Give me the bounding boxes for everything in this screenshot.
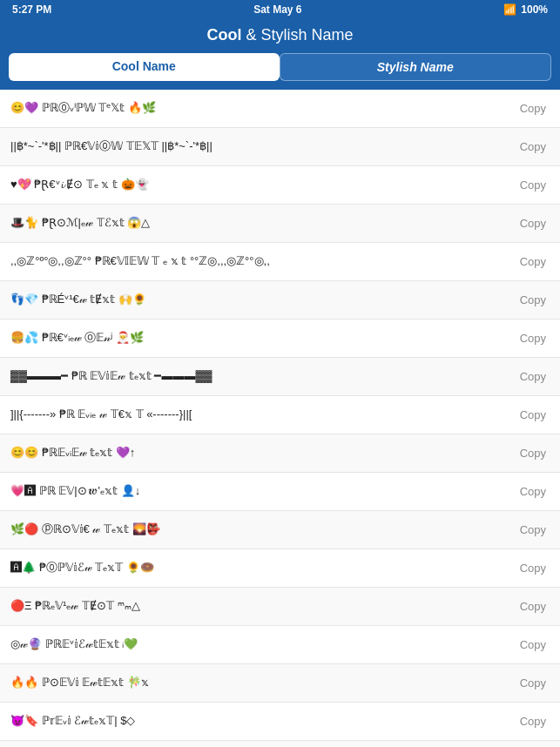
item-text: 🎩🐈 ₱Ɽ⊙ℳ|ₑ𝓌 𝕋ℰ𝕩𝕥 😱△ [10,215,508,231]
header-title: Cool & Stylish Name [0,26,560,44]
status-time: 5:27 PM [12,3,51,16]
item-text: ||฿*~`-'*฿|| ℙℝ€𝕍𝕚⓪𝕎 𝕋𝔼𝕏𝕋 ||฿*~`-'*฿|| [10,138,508,154]
list-item: 👣💎 ₱ℝÉᵛ¹€𝓌 𝕥Ɇ𝕩𝕥 🙌🌻Copy [0,281,560,320]
copy-button[interactable]: Copy [516,408,550,421]
tab-stylish[interactable]: Stylish Name [280,53,552,81]
list-item: ||฿*~`-'*฿|| ℙℝ€𝕍𝕚⓪𝕎 𝕋𝔼𝕏𝕋 ||฿*~`-'*฿||Co… [0,128,560,166]
wifi-icon: 📶 [503,3,516,16]
list-item: 💗🅰 ℙℝ 𝔼𝕍|⊙𝓌'ₑ𝕩𝕥 👤↓Copy [0,473,560,511]
copy-button[interactable]: Copy [516,600,550,613]
list-item: 😈🔖 ℙ𝕣𝔼ᵥ𝕚 ℰ𝓌𝕥ₑ𝕩𝕋| $◇Copy [0,703,560,741]
status-bar: 5:27 PM Sat May 6 📶 100% [0,0,560,19]
status-right: 📶 100% [503,3,548,16]
item-text: 👣💎 ₱ℝÉᵛ¹€𝓌 𝕥Ɇ𝕩𝕥 🙌🌻 [10,292,508,307]
item-text: ,,◎ℤ°º°◎,,◎ℤ°° ₱ℝ€𝕍𝕀𝔼𝕎 𝕋 ₑ 𝕩 𝕥 °°ℤ◎,,,◎ℤ… [10,253,508,269]
item-text: 😊💜 ℙℝ⓪ᵥᴵℙ𝕎 𝕋ᵉ𝕏𝕥 🔥🌿 [10,100,508,116]
list-item: ,,◎ℤ°º°◎,,◎ℤ°° ₱ℝ€𝕍𝕀𝔼𝕎 𝕋 ₑ 𝕩 𝕥 °°ℤ◎,,,◎ℤ… [0,243,560,281]
item-text: 🅰🌲 ₱⓪ℙ𝕍𝕚ℰ𝓌 𝕋ₑ𝕩𝕋 🌻🍩 [10,560,508,575]
copy-button[interactable]: Copy [516,332,550,345]
tab-bar: Cool Name Stylish Name [0,53,560,90]
battery-icon: 100% [521,3,548,16]
item-text: ]||{-------» ₱ℝ 𝔼ᵥᵢₑ 𝓌 𝕋€𝕩 𝕋 «-------}||… [10,407,508,422]
header-title-rest: & Stylish Name [241,26,353,44]
list-item: 🌿🔴 ⓟℝ⊙𝕍𝕚€ 𝓌 𝕋ₑ𝕩𝕥 🌄👺Copy [0,511,560,549]
list-item: 😊💰 ₱ℝ𝔼𝕍𝕀|𝔼𝓌𝕋 𝔼𝕩𝕥 💚🔴Copy [0,741,560,747]
item-text: 🔴Ξ ₱ℝₑ𝕍¹ₑ𝓌 𝕋Ɇ⊙𝕋 ᵐₘ△ [10,598,508,614]
item-text: 😈🔖 ℙ𝕣𝔼ᵥ𝕚 ℰ𝓌𝕥ₑ𝕩𝕋| $◇ [10,713,508,729]
copy-button[interactable]: Copy [516,638,550,651]
list-item: ◎𝓌🔮 ℙℝ𝔼ᵛ𝕚ℰ𝓌𝕥𝔼𝕩𝕥 ᵢ💚Copy [0,626,560,664]
list-item: 😊😊 ₱ℝ𝔼ᵥᵢ𝔼𝓌 𝕥ₑ𝕩𝕥 💜↑Copy [0,434,560,473]
item-text: ♥️💖 ₱Ɽ€ᵛ𝓲 Ɇ⊙ 𝕋ₑ 𝕩 𝕥 🎃👻 [10,177,508,192]
list-item: 🎩🐈 ₱Ɽ⊙ℳ|ₑ𝓌 𝕋ℰ𝕩𝕥 😱△Copy [0,205,560,243]
copy-button[interactable]: Copy [516,676,550,690]
app-header: Cool & Stylish Name [0,19,560,53]
item-text: ◎𝓌🔮 ℙℝ𝔼ᵛ𝕚ℰ𝓌𝕥𝔼𝕩𝕥 ᵢ💚 [10,636,508,652]
item-text: 🍔💦 ₱ℝ€ᵛᵢₑ𝓌 ⓞ𝔼𝓃ʲ 🎅🌿 [10,330,508,346]
tab-cool[interactable]: Cool Name [9,53,280,81]
item-text: ▓▓▬▬▬━ ₱ℝ 𝔼𝕍𝕚𝔼𝓌 𝕥ₑ𝕩𝕥 ━▬▬▬▓▓ [10,368,508,384]
copy-button[interactable]: Copy [516,715,550,728]
copy-button[interactable]: Copy [516,562,550,575]
copy-button[interactable]: Copy [516,140,550,153]
item-text: 🌿🔴 ⓟℝ⊙𝕍𝕚€ 𝓌 𝕋ₑ𝕩𝕥 🌄👺 [10,522,508,537]
list-item: 😊💜 ℙℝ⓪ᵥᴵℙ𝕎 𝕋ᵉ𝕏𝕥 🔥🌿Copy [0,90,560,128]
list-item: 🔴Ξ ₱ℝₑ𝕍¹ₑ𝓌 𝕋Ɇ⊙𝕋 ᵐₘ△Copy [0,588,560,626]
list-item: ▓▓▬▬▬━ ₱ℝ 𝔼𝕍𝕚𝔼𝓌 𝕥ₑ𝕩𝕥 ━▬▬▬▓▓Copy [0,358,560,396]
copy-button[interactable]: Copy [516,293,550,306]
tab-cool-label: Cool Name [112,59,176,73]
copy-button[interactable]: Copy [516,370,550,383]
list-item: 🔥🔥 ℙ⊙𝔼𝕍𝕚 𝔼𝓌𝕥𝔼𝕩𝕥 🎋𝕩Copy [0,664,560,703]
copy-button[interactable]: Copy [516,255,550,268]
name-list: 😊💜 ℙℝ⓪ᵥᴵℙ𝕎 𝕋ᵉ𝕏𝕥 🔥🌿Copy||฿*~`-'*฿|| ℙℝ€𝕍𝕚… [0,90,560,747]
copy-button[interactable]: Copy [516,217,550,230]
tab-stylish-label: Stylish Name [377,60,454,74]
item-text: 😊😊 ₱ℝ𝔼ᵥᵢ𝔼𝓌 𝕥ₑ𝕩𝕥 💜↑ [10,445,508,461]
item-text: 💗🅰 ℙℝ 𝔼𝕍|⊙𝓌'ₑ𝕩𝕥 👤↓ [10,483,508,499]
status-date: Sat May 6 [253,3,301,16]
list-item: ]||{-------» ₱ℝ 𝔼ᵥᵢₑ 𝓌 𝕋€𝕩 𝕋 «-------}||… [0,396,560,434]
copy-button[interactable]: Copy [516,523,550,536]
list-item: 🅰🌲 ₱⓪ℙ𝕍𝕚ℰ𝓌 𝕋ₑ𝕩𝕋 🌻🍩Copy [0,549,560,588]
list-item: 🍔💦 ₱ℝ€ᵛᵢₑ𝓌 ⓞ𝔼𝓃ʲ 🎅🌿Copy [0,320,560,358]
copy-button[interactable]: Copy [516,447,550,460]
copy-button[interactable]: Copy [516,178,550,192]
header-title-bold: Cool [206,26,241,44]
copy-button[interactable]: Copy [516,485,550,498]
list-item: ♥️💖 ₱Ɽ€ᵛ𝓲 Ɇ⊙ 𝕋ₑ 𝕩 𝕥 🎃👻Copy [0,166,560,205]
copy-button[interactable]: Copy [516,102,550,115]
item-text: 🔥🔥 ℙ⊙𝔼𝕍𝕚 𝔼𝓌𝕥𝔼𝕩𝕥 🎋𝕩 [10,675,508,690]
